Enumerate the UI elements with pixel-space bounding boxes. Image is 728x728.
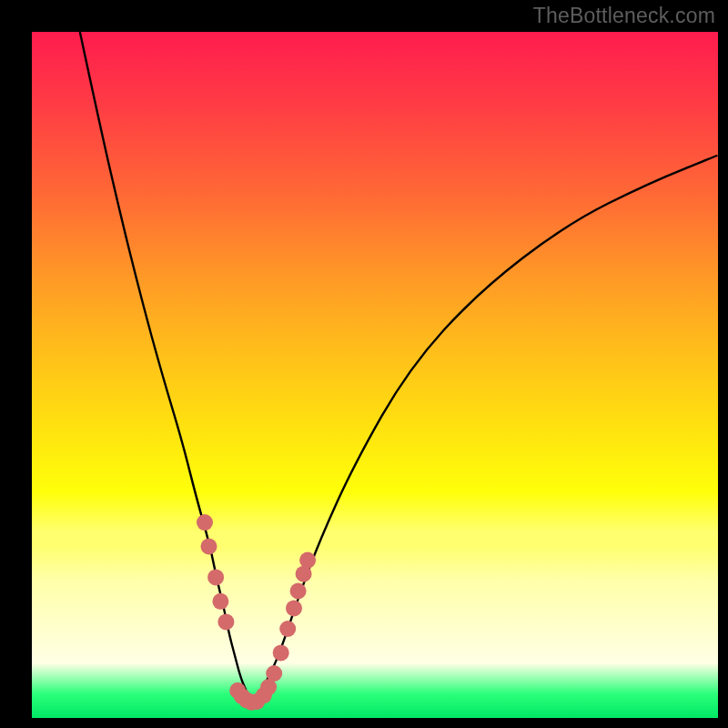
marker-dot xyxy=(207,569,224,585)
marker-dot xyxy=(279,621,296,637)
curve-layer xyxy=(32,32,718,718)
marker-dot xyxy=(266,665,282,682)
marker-dot xyxy=(290,583,307,600)
marker-dot xyxy=(217,613,234,630)
marker-dot xyxy=(273,644,289,661)
marker-dot xyxy=(212,593,228,610)
marker-dots xyxy=(197,514,316,711)
watermark-text: TheBottleneck.com xyxy=(533,4,715,28)
bottleneck-curve xyxy=(80,32,718,701)
marker-dot xyxy=(286,600,302,616)
marker-dot xyxy=(299,552,316,569)
chart-frame: TheBottleneck.com xyxy=(0,0,728,728)
plot-area xyxy=(32,32,718,718)
marker-dot xyxy=(197,514,213,531)
marker-dot xyxy=(201,539,217,555)
